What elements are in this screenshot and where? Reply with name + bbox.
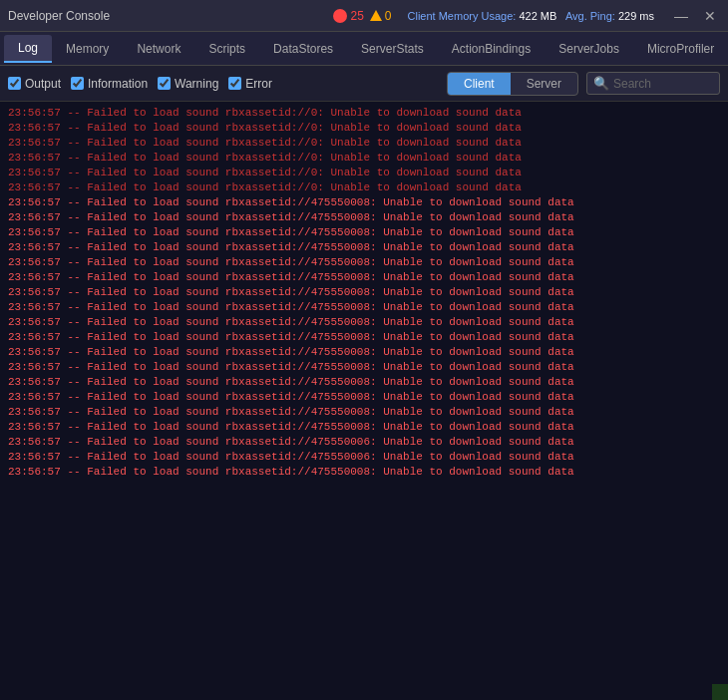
- log-toolbar: Output Information Warning Error Client …: [0, 66, 728, 102]
- error-count: 25: [350, 9, 363, 23]
- title: Developer Console: [8, 9, 333, 23]
- warning-count-group: 0: [370, 9, 392, 23]
- log-line: 23:56:57 -- Failed to load sound rbxasse…: [6, 285, 722, 300]
- error-icon: [333, 9, 347, 23]
- output-checkbox[interactable]: [8, 77, 21, 90]
- output-checkbox-group[interactable]: Output: [8, 77, 61, 91]
- log-line: 23:56:57 -- Failed to load sound rbxasse…: [6, 151, 722, 166]
- information-checkbox[interactable]: [71, 77, 84, 90]
- log-line: 23:56:57 -- Failed to load sound rbxasse…: [6, 195, 722, 210]
- client-server-toggle: Client Server: [447, 72, 578, 96]
- information-label: Information: [88, 77, 148, 91]
- error-checkbox-group[interactable]: Error: [228, 77, 272, 91]
- tab-serverstats[interactable]: ServerStats: [347, 36, 438, 62]
- output-label: Output: [25, 77, 61, 91]
- error-label: Error: [245, 77, 272, 91]
- log-line: 23:56:57 -- Failed to load sound rbxasse…: [6, 450, 722, 465]
- log-line: 23:56:57 -- Failed to load sound rbxasse…: [6, 435, 722, 450]
- log-line: 23:56:57 -- Failed to load sound rbxasse…: [6, 375, 722, 390]
- log-line: 23:56:57 -- Failed to load sound rbxasse…: [6, 210, 722, 225]
- minimize-button[interactable]: —: [670, 6, 692, 26]
- memory-value: 422 MB: [519, 10, 556, 22]
- warning-icon: [370, 10, 382, 21]
- tab-microprofiler[interactable]: MicroProfiler: [633, 36, 728, 62]
- tab-scripts[interactable]: Scripts: [194, 36, 259, 62]
- server-button[interactable]: Server: [511, 73, 577, 95]
- tab-memory[interactable]: Memory: [52, 36, 123, 62]
- log-line: 23:56:57 -- Failed to load sound rbxasse…: [6, 390, 722, 405]
- warning-count: 0: [385, 9, 392, 23]
- client-button[interactable]: Client: [448, 73, 511, 95]
- status-bar: [712, 684, 728, 700]
- title-bar: Developer Console 25 0 Client Memory Usa…: [0, 0, 728, 32]
- log-line: 23:56:57 -- Failed to load sound rbxasse…: [6, 345, 722, 360]
- log-line: 23:56:57 -- Failed to load sound rbxasse…: [6, 240, 722, 255]
- nav-tabs: Log Memory Network Scripts DataStores Se…: [0, 32, 728, 66]
- log-line: 23:56:57 -- Failed to load sound rbxasse…: [6, 360, 722, 375]
- filter-checkboxes: Output Information Warning Error: [8, 77, 439, 91]
- tab-network[interactable]: Network: [123, 36, 194, 62]
- log-line: 23:56:57 -- Failed to load sound rbxasse…: [6, 225, 722, 240]
- error-warning-counts: 25 0: [333, 9, 391, 23]
- log-line: 23:56:57 -- Failed to load sound rbxasse…: [6, 255, 722, 270]
- tab-actionbindings[interactable]: ActionBindings: [438, 36, 545, 62]
- memory-info: Client Memory Usage: 422 MB Avg. Ping: 2…: [408, 10, 654, 22]
- close-button[interactable]: ✕: [700, 6, 720, 26]
- log-area[interactable]: 23:56:57 -- Failed to load sound rbxasse…: [0, 102, 728, 700]
- log-line: 23:56:57 -- Failed to load sound rbxasse…: [6, 405, 722, 420]
- error-count-group: 25: [333, 9, 363, 23]
- log-line: 23:56:57 -- Failed to load sound rbxasse…: [6, 330, 722, 345]
- information-checkbox-group[interactable]: Information: [71, 77, 148, 91]
- warning-label: Warning: [175, 77, 218, 91]
- tab-serverjobs[interactable]: ServerJobs: [545, 36, 633, 62]
- log-line: 23:56:57 -- Failed to load sound rbxasse…: [6, 166, 722, 180]
- error-checkbox[interactable]: [228, 77, 241, 90]
- log-line: 23:56:57 -- Failed to load sound rbxasse…: [6, 300, 722, 315]
- log-line: 23:56:57 -- Failed to load sound rbxasse…: [6, 180, 722, 195]
- tab-datastores[interactable]: DataStores: [259, 36, 347, 62]
- memory-label: Client Memory Usage:: [408, 10, 517, 22]
- warning-checkbox-group[interactable]: Warning: [158, 77, 218, 91]
- search-input[interactable]: [613, 77, 713, 91]
- search-icon: 🔍: [593, 76, 609, 91]
- log-line: 23:56:57 -- Failed to load sound rbxasse…: [6, 420, 722, 435]
- log-line: 23:56:57 -- Failed to load sound rbxasse…: [6, 465, 722, 480]
- log-line: 23:56:57 -- Failed to load sound rbxasse…: [6, 121, 722, 136]
- ping-label: Avg. Ping:: [565, 10, 615, 22]
- log-line: 23:56:57 -- Failed to load sound rbxasse…: [6, 136, 722, 151]
- warning-checkbox[interactable]: [158, 77, 171, 90]
- tab-log[interactable]: Log: [4, 35, 52, 63]
- ping-value: 229 ms: [618, 10, 654, 22]
- log-line: 23:56:57 -- Failed to load sound rbxasse…: [6, 270, 722, 285]
- search-box[interactable]: 🔍: [586, 72, 720, 95]
- window-controls[interactable]: — ✕: [670, 6, 720, 26]
- log-line: 23:56:57 -- Failed to load sound rbxasse…: [6, 315, 722, 330]
- log-line: 23:56:57 -- Failed to load sound rbxasse…: [6, 106, 722, 121]
